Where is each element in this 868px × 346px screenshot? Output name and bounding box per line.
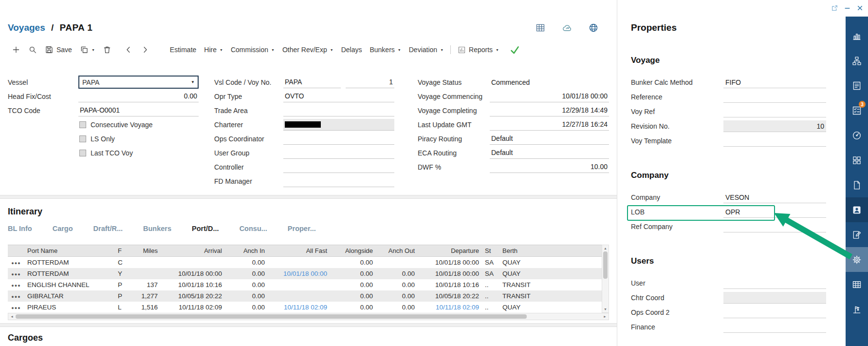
nav-document-icon[interactable] [846,173,868,197]
prev-voyage-button[interactable] [120,44,137,56]
nav-data-grid-icon[interactable] [846,272,868,297]
column-header-menu[interactable] [8,245,24,257]
last-update-gmt-input[interactable]: 12/27/18 16:24 [490,119,609,131]
trade-area-input[interactable] [283,105,394,116]
column-header-arrival[interactable]: Arrival [161,245,225,257]
cell-all_fast[interactable]: 10/11/18 02:09 [268,302,330,313]
minimize-icon[interactable] [844,5,850,11]
column-header-f[interactable]: F [115,245,129,257]
scroll-right-arrow[interactable]: ► [601,315,609,318]
controller-input[interactable] [283,161,394,173]
cell-all_fast[interactable]: 10/01/18 00:00 [268,268,330,279]
save-button[interactable]: Save [41,44,76,56]
estimate-button[interactable]: Estimate [166,44,200,55]
vsl-code-voy-no-input[interactable]: PAPA [283,77,341,88]
reference-input[interactable] [723,91,826,103]
charterer-input[interactable] [283,119,394,131]
column-header-port[interactable]: Port Name [24,245,115,257]
piracy-routing-input[interactable]: Default [490,133,609,145]
vessel-select[interactable]: PAPA▼ [78,76,199,89]
nav-gear-icon[interactable] [846,247,868,272]
eca-routing-input[interactable]: Default [490,147,609,159]
lob-input[interactable]: OPR [723,206,826,218]
finance-input[interactable] [723,321,826,333]
scroll-up-arrow[interactable]: ▲ [604,245,607,251]
row-menu-button[interactable]: ●●● [11,306,20,310]
other-rev-exp-button[interactable]: Other Rev/Exp▼ [278,44,337,55]
row-menu-button[interactable]: ●●● [11,294,20,299]
voyage-commencing-input[interactable]: 10/01/18 00:00 [490,91,609,102]
table-icon[interactable] [536,23,545,33]
row-menu-button[interactable]: ●●● [11,261,20,266]
nav-port-crane-icon[interactable] [846,297,868,322]
validation-check-icon[interactable] [510,45,520,55]
user-input[interactable] [723,277,826,289]
row-menu-button[interactable]: ●●● [11,283,20,288]
column-header-all_fast[interactable]: All Fast [268,245,330,257]
user-group-input[interactable] [283,147,394,159]
ops-coordinator-input[interactable] [283,133,394,145]
nav-modules-grid-icon[interactable] [846,148,868,173]
ops-coord-2-input[interactable] [723,307,826,318]
tab-cargo[interactable]: Cargo [53,225,73,235]
close-icon[interactable] [857,5,863,11]
voyage-completing-input[interactable]: 12/29/18 14:49 [490,105,609,116]
next-voyage-button[interactable] [137,44,153,56]
column-header-st[interactable]: St [482,245,499,257]
ref-company-input[interactable] [723,221,826,232]
copy-button[interactable]: ▼ [76,44,99,56]
cloud-sync-icon[interactable] [562,23,572,33]
row-menu-button[interactable]: ●●● [11,272,20,277]
nav-org-hierarchy-icon[interactable] [846,48,868,73]
checkbox-ls-only[interactable] [79,135,86,142]
nav-report-icon[interactable] [846,73,868,98]
nav-gauge-icon[interactable] [846,123,868,148]
hire-button[interactable]: Hire▼ [200,44,227,55]
popout-icon[interactable] [831,5,838,11]
column-header-anch_out[interactable]: Anch Out [376,245,418,257]
new-voyage-button[interactable] [8,44,24,56]
column-header-miles[interactable]: Miles [129,245,161,257]
reports-button[interactable]: Reports▼ [454,44,503,56]
vertical-scroll-thumb[interactable] [603,251,608,279]
bunker-calc-method-input[interactable]: FIFO [723,77,826,88]
vsl-code-voy-no-input-2[interactable]: 1 [346,77,394,88]
voy-template-input[interactable] [723,135,826,147]
vertical-scrollbar[interactable]: ▲ ▼ [602,245,609,313]
tab-bl-info[interactable]: BL Info [8,225,32,235]
company-input[interactable]: VESON [723,192,826,203]
column-header-anch_in[interactable]: Anch In [225,245,268,257]
fd-manager-input[interactable] [283,175,394,187]
nav-analytics-icon[interactable] [846,23,868,48]
delete-button[interactable] [99,44,115,56]
globe-icon[interactable] [589,23,598,33]
commission-button[interactable]: Commission▼ [227,44,278,55]
delays-button[interactable]: Delays [337,44,366,55]
tab-port-d[interactable]: Port/D... [192,225,219,235]
deviation-button[interactable]: Deviation▼ [405,44,447,55]
revision-no-input[interactable]: 10 [723,120,826,132]
opr-type-input[interactable]: OVTO [283,91,394,102]
nav-edit-form-icon[interactable] [846,222,868,247]
tab-proper[interactable]: Proper... [288,225,316,235]
voy-ref-input[interactable] [723,106,826,117]
head-fix-cost-input[interactable]: 0.00 [78,91,199,102]
breadcrumb-voyages-link[interactable]: Voyages [8,22,45,33]
search-button[interactable] [24,44,41,56]
cell-departure[interactable]: 10/11/18 02:09 [418,302,482,313]
nav-contact-card-icon[interactable] [846,197,868,222]
horizontal-scroll-thumb[interactable] [16,314,527,319]
horizontal-scrollbar[interactable]: ◄ ► [8,313,609,320]
bunkers-button[interactable]: Bunkers▼ [366,44,405,55]
column-header-alongside[interactable]: Alongside [330,245,376,257]
checkbox-last-tco-voy[interactable] [79,150,86,156]
checkbox-consecutive-voyage[interactable] [79,121,86,128]
scroll-down-arrow[interactable]: ▼ [604,306,607,312]
column-header-berth[interactable]: Berth [499,245,602,257]
tco-code-input[interactable]: PAPA-O0001 [78,105,199,116]
nav-task-list-icon[interactable]: 3 [846,98,868,123]
chtr-coord-input[interactable] [723,292,826,304]
dwf-input[interactable]: 10.00 [490,161,609,173]
scroll-left-arrow[interactable]: ◄ [8,315,16,318]
tab-consu[interactable]: Consu... [240,225,267,235]
